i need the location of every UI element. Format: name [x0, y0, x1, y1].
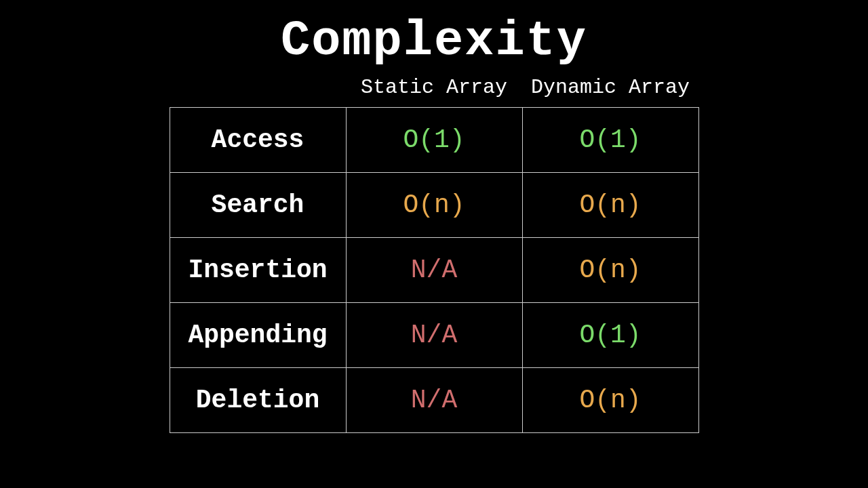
- cell-dynamic: O(1): [522, 108, 698, 173]
- complexity-table: AccessO(1)O(1)SearchO(n)O(n)InsertionN/A…: [170, 107, 699, 433]
- row-label: Appending: [170, 303, 346, 368]
- cell-static: N/A: [346, 238, 522, 303]
- table-row: SearchO(n)O(n): [170, 173, 698, 238]
- row-label: Insertion: [170, 238, 346, 303]
- table-row: DeletionN/AO(n): [170, 368, 698, 433]
- cell-dynamic: O(n): [522, 238, 698, 303]
- row-label: Access: [170, 108, 346, 173]
- row-label: Deletion: [170, 368, 346, 433]
- column-headers: Static Array Dynamic Array: [346, 76, 698, 99]
- cell-static: O(1): [346, 108, 522, 173]
- row-label: Search: [170, 173, 346, 238]
- column-header-dynamic: Dynamic Array: [522, 76, 698, 99]
- column-header-static: Static Array: [346, 76, 522, 99]
- table-row: AppendingN/AO(1): [170, 303, 698, 368]
- cell-dynamic: O(n): [522, 173, 698, 238]
- cell-static: O(n): [346, 173, 522, 238]
- cell-dynamic: O(n): [522, 368, 698, 433]
- cell-static: N/A: [346, 303, 522, 368]
- cell-static: N/A: [346, 368, 522, 433]
- cell-dynamic: O(1): [522, 303, 698, 368]
- page-title: Complexity: [281, 14, 587, 69]
- slide-container: Complexity Static Array Dynamic Array Ac…: [0, 0, 868, 488]
- table-body: AccessO(1)O(1)SearchO(n)O(n)InsertionN/A…: [170, 108, 698, 433]
- table-row: InsertionN/AO(n): [170, 238, 698, 303]
- table-row: AccessO(1)O(1): [170, 108, 698, 173]
